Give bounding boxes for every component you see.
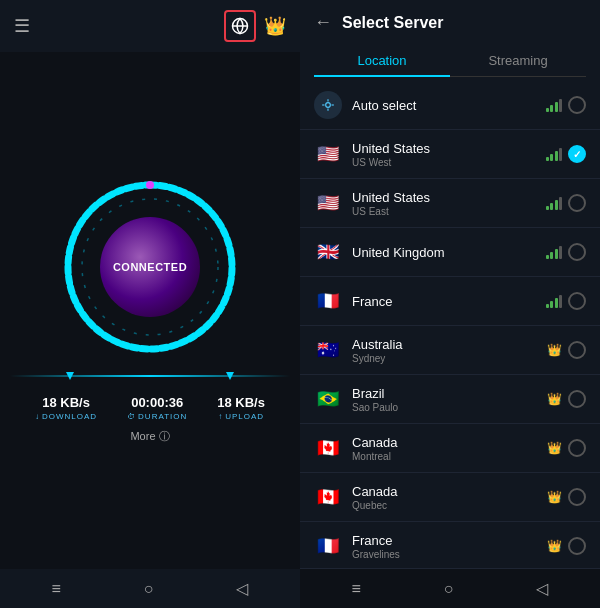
stat-download: 18 KB/s ↓ DOWNLOAD xyxy=(35,395,97,421)
back-icon[interactable]: ◁ xyxy=(236,579,248,598)
right-panel: ← Select Server Location Streaming Auto … xyxy=(300,0,600,608)
server-right-5: 👑 xyxy=(547,341,586,359)
server-name-6: Brazil xyxy=(352,386,547,401)
radio-6[interactable] xyxy=(568,390,586,408)
header-icons: 👑 xyxy=(224,10,286,42)
signal-bar-1-0 xyxy=(546,157,549,161)
server-item-7[interactable]: 🇨🇦 Canada Montreal 👑 xyxy=(300,424,600,473)
left-footer: ≡ ○ ◁ xyxy=(0,569,300,608)
premium-crown-5: 👑 xyxy=(547,343,562,357)
radio-2[interactable] xyxy=(568,194,586,212)
radio-selected-1[interactable] xyxy=(568,145,586,163)
server-sub-6: Sao Paulo xyxy=(352,402,547,413)
premium-crown-7: 👑 xyxy=(547,441,562,455)
server-item-4[interactable]: 🇫🇷 France xyxy=(300,277,600,326)
server-info-5: Australia Sydney xyxy=(352,337,547,364)
tab-location[interactable]: Location xyxy=(314,45,450,76)
download-value: 18 KB/s xyxy=(42,395,90,410)
home-icon[interactable]: ○ xyxy=(144,580,154,598)
signal-bar-1-3 xyxy=(559,148,562,161)
signal-bar-3-2 xyxy=(555,249,558,259)
signal-bar-0-1 xyxy=(550,105,553,112)
server-right-0 xyxy=(546,96,587,114)
server-list: Auto select 🇺🇸 United States US West 🇺🇸 … xyxy=(300,77,600,568)
signal-bar-2-0 xyxy=(546,206,549,210)
menu-icon[interactable]: ≡ xyxy=(51,580,60,598)
left-panel: ☰ 👑 /* ticks drawn below */ xyxy=(0,0,300,608)
crown-icon-header[interactable]: 👑 xyxy=(264,15,286,37)
server-item-1[interactable]: 🇺🇸 United States US West xyxy=(300,130,600,179)
server-right-9: 👑 xyxy=(547,537,586,555)
server-right-8: 👑 xyxy=(547,488,586,506)
flag-7: 🇨🇦 xyxy=(314,434,342,462)
server-info-3: United Kingdom xyxy=(352,245,546,260)
flag-6: 🇧🇷 xyxy=(314,385,342,413)
server-item-8[interactable]: 🇨🇦 Canada Quebec 👑 xyxy=(300,473,600,522)
server-name-4: France xyxy=(352,294,546,309)
server-item-5[interactable]: 🇦🇺 Australia Sydney 👑 xyxy=(300,326,600,375)
signal-bar-1-2 xyxy=(555,151,558,161)
tabs-row: Location Streaming xyxy=(314,45,586,77)
server-sub-9: Gravelines xyxy=(352,549,547,560)
svg-point-4 xyxy=(146,181,154,189)
signal-bar-0-2 xyxy=(555,102,558,112)
server-name-8: Canada xyxy=(352,484,547,499)
flag-4: 🇫🇷 xyxy=(314,287,342,315)
radio-0[interactable] xyxy=(568,96,586,114)
radio-3[interactable] xyxy=(568,243,586,261)
connection-center: CONNECTED xyxy=(100,217,200,317)
server-item-0[interactable]: Auto select xyxy=(300,81,600,130)
signal-bar-3-1 xyxy=(550,252,553,259)
radio-5[interactable] xyxy=(568,341,586,359)
flag-2: 🇺🇸 xyxy=(314,189,342,217)
radio-4[interactable] xyxy=(568,292,586,310)
radio-9[interactable] xyxy=(568,537,586,555)
server-item-9[interactable]: 🇫🇷 France Gravelines 👑 xyxy=(300,522,600,568)
server-sub-8: Quebec xyxy=(352,500,547,511)
server-right-6: 👑 xyxy=(547,390,586,408)
signal-bar-4-3 xyxy=(559,295,562,308)
flag-9: 🇫🇷 xyxy=(314,532,342,560)
right-menu-icon[interactable]: ≡ xyxy=(351,580,360,598)
server-right-3 xyxy=(546,243,587,261)
signal-bar-2-1 xyxy=(550,203,553,210)
signal-bars-0 xyxy=(546,98,563,112)
server-item-3[interactable]: 🇬🇧 United Kingdom xyxy=(300,228,600,277)
flag-8: 🇨🇦 xyxy=(314,483,342,511)
server-info-9: France Gravelines xyxy=(352,533,547,560)
server-name-7: Canada xyxy=(352,435,547,450)
server-item-6[interactable]: 🇧🇷 Brazil Sao Paulo 👑 xyxy=(300,375,600,424)
hamburger-icon[interactable]: ☰ xyxy=(14,15,30,37)
tab-streaming[interactable]: Streaming xyxy=(450,45,586,76)
server-info-0: Auto select xyxy=(352,98,546,113)
server-info-4: France xyxy=(352,294,546,309)
more-button[interactable]: More ⓘ xyxy=(130,429,169,444)
right-header: ← Select Server xyxy=(300,0,600,45)
signal-bars-4 xyxy=(546,294,563,308)
right-back-icon[interactable]: ◁ xyxy=(536,579,548,598)
server-sub-1: US West xyxy=(352,157,546,168)
radio-7[interactable] xyxy=(568,439,586,457)
signal-bar-0-0 xyxy=(546,108,549,112)
back-arrow[interactable]: ← xyxy=(314,12,332,33)
flag-5: 🇦🇺 xyxy=(314,336,342,364)
server-name-0: Auto select xyxy=(352,98,546,113)
svg-point-5 xyxy=(326,103,331,108)
signal-bar-3-3 xyxy=(559,246,562,259)
globe-button[interactable] xyxy=(224,10,256,42)
radio-8[interactable] xyxy=(568,488,586,506)
server-sub-2: US East xyxy=(352,206,546,217)
right-title: Select Server xyxy=(342,14,443,32)
signal-bar-0-3 xyxy=(559,99,562,112)
server-info-1: United States US West xyxy=(352,141,546,168)
stat-duration: 00:00:36 ⏱ DURATION xyxy=(127,395,187,421)
upload-value: 18 KB/s xyxy=(217,395,265,410)
server-name-3: United Kingdom xyxy=(352,245,546,260)
signal-bar-1-1 xyxy=(550,154,553,161)
server-item-2[interactable]: 🇺🇸 United States US East xyxy=(300,179,600,228)
upload-icon: ↑ xyxy=(218,412,223,421)
connected-text: CONNECTED xyxy=(113,261,187,273)
right-home-icon[interactable]: ○ xyxy=(444,580,454,598)
stats-row: 18 KB/s ↓ DOWNLOAD 00:00:36 ⏱ DURATION 1… xyxy=(10,385,290,425)
server-right-2 xyxy=(546,194,587,212)
